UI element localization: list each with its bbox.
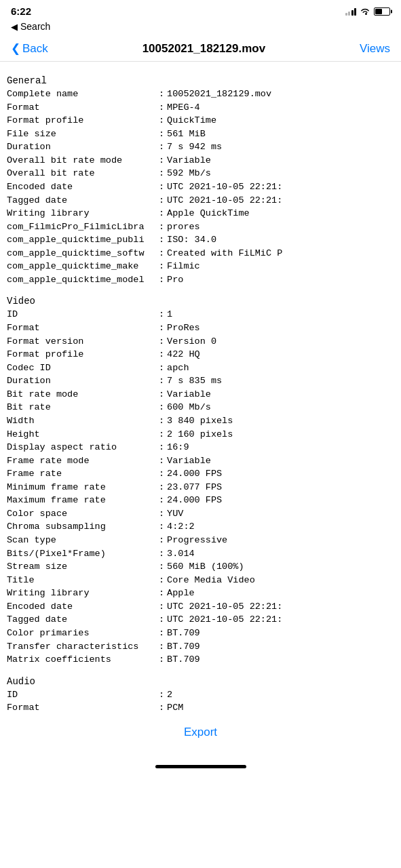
row-sep: : xyxy=(159,348,164,361)
back-button[interactable]: ❮ Back xyxy=(11,41,48,56)
row-value: 2 160 pixels xyxy=(167,428,394,441)
row-sep: : xyxy=(159,220,164,234)
row-sep: : xyxy=(159,547,164,561)
row-sep: : xyxy=(159,653,164,667)
table-row: Color space : YUV xyxy=(7,507,394,521)
row-key: Overall bit rate xyxy=(7,167,156,180)
row-sep: : xyxy=(159,600,164,614)
row-value: YUV xyxy=(167,507,394,521)
row-sep: : xyxy=(159,494,164,507)
row-key: Encoded date xyxy=(7,600,156,614)
table-row: Complete name : 10052021_182129.mov xyxy=(7,87,394,101)
row-value: 561 MiB xyxy=(167,127,394,141)
row-key: Writing library xyxy=(7,587,156,600)
table-row: Encoded date : UTC 2021-10-05 22:21: xyxy=(7,600,394,614)
row-value: 7 s 835 ms xyxy=(167,374,394,388)
status-bar: 6:22 xyxy=(0,0,401,20)
row-sep: : xyxy=(159,520,164,534)
table-row: Bit rate : 600 Mb/s xyxy=(7,401,394,414)
row-sep: : xyxy=(159,308,164,321)
general-section: Complete name : 10052021_182129.movForma… xyxy=(7,87,394,286)
row-sep: : xyxy=(159,428,164,441)
row-value: QuickTime xyxy=(167,114,394,127)
row-sep: : xyxy=(159,335,164,349)
views-button[interactable]: Views xyxy=(360,42,390,56)
row-key: Transfer characteristics xyxy=(7,640,156,654)
row-key: Format version xyxy=(7,335,156,349)
table-row: Format : ProRes xyxy=(7,321,394,335)
export-button[interactable]: Export xyxy=(184,726,217,739)
row-sep: : xyxy=(159,467,164,481)
row-sep: : xyxy=(159,273,164,287)
row-key: Encoded date xyxy=(7,180,156,194)
row-value: Variable xyxy=(167,388,394,401)
row-key: Color primaries xyxy=(7,627,156,640)
table-row: ID : 2 xyxy=(7,688,394,702)
row-key: Tagged date xyxy=(7,194,156,208)
row-value: UTC 2021-10-05 22:21: xyxy=(167,194,394,208)
row-value: 2 xyxy=(167,688,394,702)
row-key: com_apple_quicktime_publi xyxy=(7,233,156,247)
row-sep: : xyxy=(159,194,164,208)
table-row: Transfer characteristics : BT.709 xyxy=(7,640,394,654)
row-value: 4:2:2 xyxy=(167,520,394,534)
row-key: Overall bit rate mode xyxy=(7,154,156,167)
row-sep: : xyxy=(159,140,164,154)
table-row: com_apple_quicktime_softw : Created with… xyxy=(7,247,394,260)
signal-icon xyxy=(345,7,357,16)
row-value: UTC 2021-10-05 22:21: xyxy=(167,613,394,627)
row-key: com_apple_quicktime_softw xyxy=(7,247,156,260)
row-sep: : xyxy=(159,154,164,167)
row-value: Filmic xyxy=(167,260,394,273)
row-value: 422 HQ xyxy=(167,348,394,361)
audio-section-header: Audio xyxy=(7,676,394,687)
row-key: Display aspect ratio xyxy=(7,441,156,454)
back-chevron-icon: ◀ xyxy=(11,22,18,32)
row-value: BT.709 xyxy=(167,640,394,654)
row-sep: : xyxy=(159,627,164,640)
row-key: com_apple_quicktime_make xyxy=(7,260,156,273)
table-row: Maximum frame rate : 24.000 FPS xyxy=(7,494,394,507)
row-value: 3 840 pixels xyxy=(167,414,394,428)
search-label[interactable]: Search xyxy=(20,21,50,32)
table-row: Chroma subsampling : 4:2:2 xyxy=(7,520,394,534)
row-key: Format xyxy=(7,701,156,715)
row-value: Core Media Video xyxy=(167,574,394,587)
row-value: prores xyxy=(167,220,394,234)
row-key: Writing library xyxy=(7,207,156,220)
row-sep: : xyxy=(159,507,164,521)
video-section-header: Video xyxy=(7,296,394,307)
table-row: Format version : Version 0 xyxy=(7,335,394,349)
nav-title: 10052021_182129.mov xyxy=(142,42,266,56)
row-sep: : xyxy=(159,640,164,654)
row-sep: : xyxy=(159,388,164,401)
row-value: 592 Mb/s xyxy=(167,167,394,180)
table-row: Width : 3 840 pixels xyxy=(7,414,394,428)
row-sep: : xyxy=(159,260,164,273)
row-value: ISO: 34.0 xyxy=(167,233,394,247)
row-key: Matrix coefficients xyxy=(7,653,156,667)
row-sep: : xyxy=(159,560,164,574)
row-key: Bits/(Pixel*Frame) xyxy=(7,547,156,561)
row-sep: : xyxy=(159,233,164,247)
row-sep: : xyxy=(159,101,164,115)
row-key: Frame rate xyxy=(7,467,156,481)
table-row: Frame rate : 24.000 FPS xyxy=(7,467,394,481)
row-sep: : xyxy=(159,180,164,194)
row-sep: : xyxy=(159,414,164,428)
row-sep: : xyxy=(159,87,164,101)
row-sep: : xyxy=(159,441,164,454)
table-row: Bit rate mode : Variable xyxy=(7,388,394,401)
status-icons xyxy=(345,7,391,16)
row-value: Progressive xyxy=(167,534,394,547)
row-value: MPEG-4 xyxy=(167,101,394,115)
row-sep: : xyxy=(159,401,164,414)
table-row: Minimum frame rate : 23.077 FPS xyxy=(7,481,394,494)
row-value: apch xyxy=(167,361,394,375)
back-label: Back xyxy=(22,42,48,56)
table-row: Format : MPEG-4 xyxy=(7,101,394,115)
table-row: Codec ID : apch xyxy=(7,361,394,375)
row-value: BT.709 xyxy=(167,653,394,667)
row-value: ProRes xyxy=(167,321,394,335)
row-key: Minimum frame rate xyxy=(7,481,156,494)
